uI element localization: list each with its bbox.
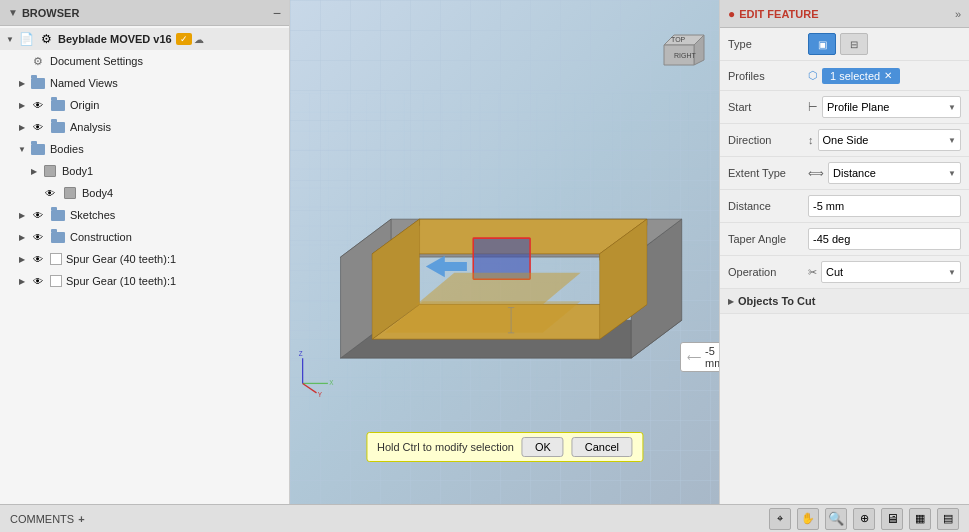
viewport[interactable]: X Z Y ⟵ -5 mm ⋮ RIGHT TOP — [290, 0, 719, 504]
objects-to-cut-section[interactable]: ▶ Objects To Cut — [720, 289, 969, 314]
dim-value: -5 mm — [705, 345, 719, 369]
body-icon-body1 — [42, 163, 58, 179]
gear-icon-root: ⚙ — [38, 31, 54, 47]
svg-text:RIGHT: RIGHT — [674, 52, 697, 59]
direction-dropdown-value: One Side — [823, 134, 869, 146]
tree-item-spur-gear-10[interactable]: 👁 Spur Gear (10 teeth):1 — [0, 270, 289, 292]
eye-icon-spur40[interactable]: 👁 — [30, 251, 46, 267]
browser-collapse-arrow[interactable]: ▼ — [8, 7, 18, 18]
extent-type-dropdown[interactable]: Distance ▼ — [828, 162, 961, 184]
tree-label-body4: Body4 — [82, 187, 113, 199]
profiles-close-icon[interactable]: ✕ — [884, 70, 892, 81]
ok-button[interactable]: OK — [522, 437, 564, 457]
profiles-selected-count: 1 selected — [830, 70, 880, 82]
distance-field-label: Distance — [728, 200, 808, 212]
tooltip-bar: Hold Ctrl to modify selection OK Cancel — [366, 432, 643, 462]
tree-item-construction[interactable]: 👁 Construction — [0, 226, 289, 248]
viewport-scene: X Z Y — [290, 0, 719, 504]
bottom-tools: ⌖ ✋ 🔍 ⊕ 🖥 ▦ ▤ — [769, 508, 959, 530]
start-icon: ⊢ — [808, 101, 818, 114]
expand-icon[interactable]: » — [955, 8, 961, 20]
extent-type-field-label: Extent Type — [728, 167, 808, 179]
eye-icon-origin[interactable]: 👁 — [30, 97, 46, 113]
eye-icon-construction[interactable]: 👁 — [30, 229, 46, 245]
tree-item-doc-settings[interactable]: ⚙ Document Settings — [0, 50, 289, 72]
direction-dropdown-arrow: ▼ — [948, 136, 956, 145]
start-dropdown-arrow: ▼ — [948, 103, 956, 112]
gear-icon-doc: ⚙ — [30, 53, 46, 69]
distance-field-value — [808, 195, 961, 217]
tree-label-analysis: Analysis — [70, 121, 111, 133]
profile-select-icon: ⬡ — [808, 69, 818, 82]
taper-field-label: Taper Angle — [728, 233, 808, 245]
type-btn-other[interactable]: ⊟ — [840, 33, 868, 55]
start-field-label: Start — [728, 101, 808, 113]
tooltip-text: Hold Ctrl to modify selection — [377, 441, 514, 453]
extent-type-dropdown-arrow: ▼ — [948, 169, 956, 178]
start-dropdown[interactable]: Profile Plane ▼ — [822, 96, 961, 118]
tree-label-construction: Construction — [70, 231, 132, 243]
bottom-left: COMMENTS + — [10, 513, 85, 525]
tree-arrow-construction — [16, 231, 28, 243]
tree-item-body4[interactable]: 👁 Body4 — [0, 182, 289, 204]
tree-item-sketches[interactable]: 👁 Sketches — [0, 204, 289, 226]
tree-arrow-body1 — [28, 165, 40, 177]
tree-label-doc-settings: Document Settings — [50, 55, 143, 67]
tool-btn-display[interactable]: 🖥 — [881, 508, 903, 530]
dimension-label[interactable]: ⟵ -5 mm ⋮ — [680, 342, 719, 372]
taper-input[interactable] — [808, 228, 961, 250]
eye-icon-spur10[interactable]: 👁 — [30, 273, 46, 289]
view-cube-svg: RIGHT TOP — [649, 10, 709, 70]
tree-label-root: Beyblade MOVED v16 — [58, 33, 172, 45]
version-badge: ✓ — [176, 33, 192, 45]
profiles-field-label: Profiles — [728, 70, 808, 82]
browser-header: ▼ BROWSER − — [0, 0, 289, 26]
operation-icon: ✂ — [808, 266, 817, 279]
tool-btn-zoom[interactable]: 🔍 — [825, 508, 847, 530]
tree-item-bodies[interactable]: Bodies — [0, 138, 289, 160]
tree-arrow-spur40 — [16, 253, 28, 265]
distance-input[interactable] — [808, 195, 961, 217]
direction-field-value: ↕ One Side ▼ — [808, 129, 961, 151]
direction-icon: ↕ — [808, 134, 814, 146]
tree-arrow-analysis — [16, 121, 28, 133]
tree-label-spur40: Spur Gear (40 teeth):1 — [66, 253, 176, 265]
tree-item-body1[interactable]: Body1 — [0, 160, 289, 182]
browser-minimize-icon[interactable]: − — [273, 5, 281, 21]
operation-dropdown[interactable]: Cut ▼ — [821, 261, 961, 283]
svg-text:TOP: TOP — [671, 36, 686, 43]
direction-field-row: Direction ↕ One Side ▼ — [720, 124, 969, 157]
tool-btn-pan[interactable]: ✋ — [797, 508, 819, 530]
edit-panel-header: ● EDIT FEATURE » — [720, 0, 969, 28]
tool-btn-fit[interactable]: ⊕ — [853, 508, 875, 530]
tree-label-named-views: Named Views — [50, 77, 118, 89]
tree-item-spur-gear-40[interactable]: 👁 Spur Gear (40 teeth):1 — [0, 248, 289, 270]
tree-item-analysis[interactable]: 👁 Analysis — [0, 116, 289, 138]
folder-icon-construction — [50, 229, 66, 245]
tree-label-bodies: Bodies — [50, 143, 84, 155]
tree-item-named-views[interactable]: Named Views — [0, 72, 289, 94]
folder-icon-named-views — [30, 75, 46, 91]
eye-icon-sketches[interactable]: 👁 — [30, 207, 46, 223]
cancel-button[interactable]: Cancel — [572, 437, 632, 457]
direction-dropdown[interactable]: One Side ▼ — [818, 129, 962, 151]
operation-dropdown-value: Cut — [826, 266, 843, 278]
eye-icon-body4[interactable]: 👁 — [42, 185, 58, 201]
tree-item-root[interactable]: 📄 ⚙ Beyblade MOVED v16 ✓ ☁ — [0, 28, 289, 50]
type-btn-extrude[interactable]: ▣ — [808, 33, 836, 55]
add-comment-icon[interactable]: + — [78, 513, 84, 525]
tree-arrow-body4 — [28, 187, 40, 199]
tool-btn-navigate[interactable]: ⌖ — [769, 508, 791, 530]
eye-icon-analysis[interactable]: 👁 — [30, 119, 46, 135]
tool-btn-grid[interactable]: ▦ — [909, 508, 931, 530]
profiles-selected-badge[interactable]: 1 selected ✕ — [822, 68, 900, 84]
tree-arrow-root — [4, 33, 16, 45]
edit-feature-panel: ● EDIT FEATURE » Type ▣ ⊟ — [719, 0, 969, 504]
type-field-row: Type ▣ ⊟ — [720, 28, 969, 61]
view-cube[interactable]: RIGHT TOP — [649, 10, 709, 70]
tree-label-sketches: Sketches — [70, 209, 115, 221]
tree-item-origin[interactable]: 👁 Origin — [0, 94, 289, 116]
browser-panel: ▼ BROWSER − 📄 ⚙ Beyblade MOVED v16 ✓ ☁ — [0, 0, 290, 504]
tree-arrow-spur10 — [16, 275, 28, 287]
tool-btn-view[interactable]: ▤ — [937, 508, 959, 530]
